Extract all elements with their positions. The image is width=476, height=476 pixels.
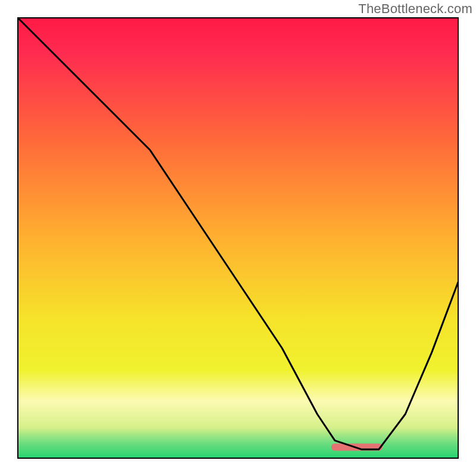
watermark-label: TheBottleneck.com [358, 1, 472, 17]
chart-canvas [0, 0, 476, 476]
